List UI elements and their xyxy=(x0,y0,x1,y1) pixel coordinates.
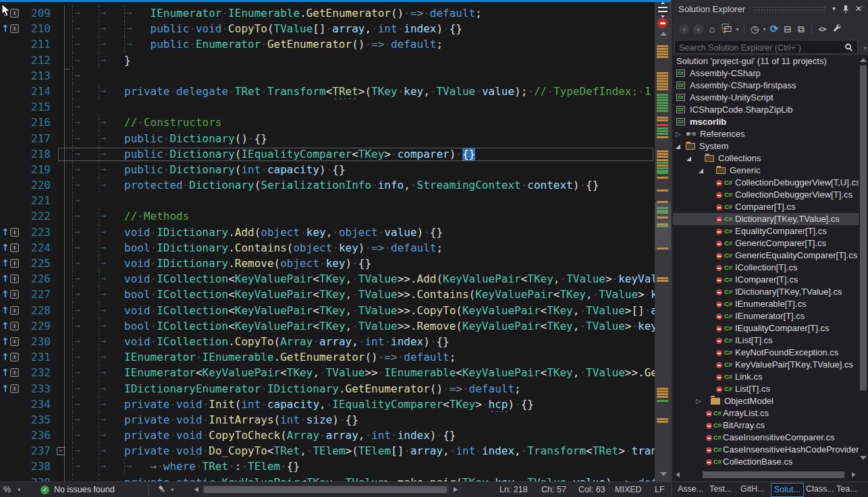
glyph-margin[interactable]: ↑I xyxy=(0,381,20,397)
glyph-margin[interactable] xyxy=(0,84,20,99)
tree-item-assembly-unityscript[interactable]: C#Assembly-UnityScript xyxy=(673,92,859,104)
tree-item-generic[interactable]: Generic xyxy=(673,165,859,177)
tree-item-mscorlib[interactable]: C#mscorlib xyxy=(673,116,859,128)
panel-title-bar[interactable]: Solution Explorer ▾ ✕ xyxy=(673,0,868,19)
tree-item-references[interactable]: ▷References xyxy=(673,128,859,140)
code-line[interactable]: ↑I227→→bool·ICollection<KeyValuePair<TKe… xyxy=(0,287,655,302)
glyph-margin[interactable]: ↑I xyxy=(0,21,20,36)
switch-views-caret[interactable]: ▾ xyxy=(735,26,740,32)
interface-badge-icon[interactable]: I xyxy=(10,306,19,315)
implements-arrow-icon[interactable]: ↑ xyxy=(1,225,9,239)
tree-item-keynotfoundexception-cs[interactable]: C#KeyNotFoundException.cs xyxy=(673,347,859,359)
implements-arrow-icon[interactable]: ↑ xyxy=(1,349,9,364)
interface-badge-icon[interactable]: I xyxy=(10,322,19,330)
no-issues-label[interactable]: No issues found xyxy=(54,482,115,497)
code-line[interactable]: 217→→public·Dictionary()·{} xyxy=(0,131,655,146)
implements-arrow-icon[interactable]: ↑ xyxy=(1,240,9,255)
code-line[interactable]: 212→→} xyxy=(0,53,655,68)
status-line-number[interactable]: Ln: 218 xyxy=(499,482,528,497)
code-line[interactable]: 214→→private·delegate·TRet·Transform<TRe… xyxy=(0,84,655,99)
expander-expanded-icon[interactable] xyxy=(676,144,680,149)
glyph-margin[interactable]: ↑I xyxy=(0,349,20,365)
tree-scroll-up-arrow[interactable] xyxy=(860,58,867,62)
code-line[interactable]: ↑I224→→bool·IDictionary.Contains(object·… xyxy=(0,240,655,256)
interface-badge-icon[interactable]: I xyxy=(10,384,19,393)
glyph-margin[interactable] xyxy=(0,443,20,459)
tree-item-system[interactable]: System xyxy=(673,140,859,152)
pending-changes-caret[interactable]: ▾ xyxy=(762,26,767,32)
code-line[interactable]: 216→→//·Constructors xyxy=(0,115,655,130)
code-line[interactable]: 222→→//·Methods xyxy=(0,208,655,224)
glyph-margin[interactable] xyxy=(0,115,20,130)
glyph-margin[interactable]: ↑I xyxy=(0,225,20,240)
status-eol[interactable]: LF xyxy=(655,482,665,497)
glyph-margin[interactable] xyxy=(0,412,20,428)
search-input[interactable] xyxy=(678,41,836,54)
interface-badge-icon[interactable]: I xyxy=(10,228,19,237)
pending-changes-filter-icon[interactable]: ◷ xyxy=(750,24,759,34)
glyph-margin[interactable] xyxy=(0,459,20,474)
pin-icon[interactable] xyxy=(842,5,849,16)
tree-item-icsharpcode-sharpziplib[interactable]: C#ICSharpCode.SharpZipLib xyxy=(673,104,859,116)
search-icon[interactable] xyxy=(844,42,853,55)
expander-expanded-icon[interactable] xyxy=(699,169,703,173)
code-line[interactable]: 236→→private·void·CopyToCheck(Array·arra… xyxy=(0,428,655,443)
interface-badge-icon[interactable]: I xyxy=(10,24,19,33)
window-position-chevron-icon[interactable]: ▾ xyxy=(832,0,836,18)
code-line[interactable]: ↑I229→→bool·ICollection<KeyValuePair<TKe… xyxy=(0,318,655,334)
collapse-all-icon[interactable]: ⊟ xyxy=(783,24,792,34)
panel-tab-asse[interactable]: Asse... xyxy=(678,482,703,496)
expander-expanded-icon[interactable] xyxy=(686,156,691,161)
tree-item-bitarray-cs[interactable]: C#BitArray.cs xyxy=(673,419,859,432)
tree-item-ilist-t-cs[interactable]: C#IList[T].cs xyxy=(673,334,859,347)
code-line[interactable]: 219→→public·Dictionary(int·capacity)·{} xyxy=(0,162,655,177)
glyph-margin[interactable] xyxy=(0,177,20,193)
forward-icon[interactable]: › xyxy=(693,24,703,34)
scroll-down-arrow[interactable] xyxy=(660,472,667,476)
glyph-margin[interactable] xyxy=(0,146,20,162)
code-line[interactable]: ↑I232→→IEnumerator<KeyValuePair<TKey,·TV… xyxy=(0,365,655,380)
code-line[interactable]: ↑I226→→void·ICollection<KeyValuePair<TKe… xyxy=(0,271,655,287)
code-line[interactable]: ↑I233→→IDictionaryEnumerator·IDictionary… xyxy=(0,381,655,397)
code-line[interactable]: 235→→private·void·InitArrays(int·size)·{… xyxy=(0,412,655,428)
panel-tab-gith[interactable]: GitH... xyxy=(740,482,764,496)
interface-badge-icon[interactable]: I xyxy=(10,243,19,252)
glyph-margin[interactable] xyxy=(0,475,20,481)
tree-item-ienumerable-t-cs[interactable]: C#IEnumerable[T].cs xyxy=(673,298,859,310)
code-line[interactable]: ↑I209→→→IEnumerator·IEnumerable.GetEnume… xyxy=(0,5,655,21)
status-character[interactable]: Ch: 57 xyxy=(541,482,566,497)
implements-arrow-icon[interactable]: ↑ xyxy=(1,21,9,36)
toolbar-overflow-icon[interactable]: ‥ xyxy=(861,1,865,9)
glyph-margin[interactable] xyxy=(0,162,20,177)
tree-scroll-down-arrow[interactable] xyxy=(860,456,867,460)
interface-badge-icon[interactable]: I xyxy=(10,274,19,283)
glyph-margin[interactable] xyxy=(0,99,20,115)
implements-arrow-icon[interactable]: ↑ xyxy=(1,287,9,301)
editor-vertical-scrollbar[interactable] xyxy=(655,2,671,481)
tree-item-iequalitycomparer-t-cs[interactable]: C#IEqualityComparer[T].cs xyxy=(673,322,859,334)
code-line[interactable]: ↑I231→→IEnumerator·IEnumerable.GetEnumer… xyxy=(0,349,655,365)
tree-item-caseinsensitivehashcodeprovider-cs[interactable]: C#CaseInsensitiveHashCodeProvider.cs xyxy=(673,444,859,456)
tree-item-genericequalitycomparer-t-cs[interactable]: C#GenericEqualityComparer[T].cs xyxy=(673,250,859,262)
tree-item-equalitycomparer-t-cs[interactable]: C#EqualityComparer[T].cs xyxy=(673,225,859,237)
switch-views-icon[interactable] xyxy=(721,23,732,36)
glyph-margin[interactable]: ↑I xyxy=(0,303,20,318)
glyph-margin[interactable] xyxy=(0,131,20,146)
glyph-margin[interactable]: ↑I xyxy=(0,287,20,302)
glyph-margin[interactable]: ↑I xyxy=(0,334,20,349)
status-column[interactable]: Col: 63 xyxy=(578,482,605,497)
tree-item-link-cs[interactable]: C#Link.cs xyxy=(673,371,859,383)
properties-wrench-icon[interactable] xyxy=(831,23,842,36)
tree-item-assembly-csharp-firstpass[interactable]: C#Assembly-CSharp-firstpass xyxy=(673,80,859,92)
implements-arrow-icon[interactable]: ↑ xyxy=(1,381,9,396)
hscroll-right-arrow[interactable] xyxy=(454,487,458,492)
panel-tab-tea[interactable]: Tea... xyxy=(836,482,857,496)
glyph-margin[interactable]: ↑I xyxy=(0,365,20,380)
expander-collapsed-icon[interactable]: ▷ xyxy=(696,395,701,407)
tree-item-caseinsensitivecomparer-cs[interactable]: C#CaseInsensitiveComparer.cs xyxy=(673,432,859,444)
glyph-margin[interactable]: ↑I xyxy=(0,318,20,334)
refresh-icon[interactable]: ⟳ xyxy=(769,23,779,35)
code-line[interactable]: 211→→→public·Enumerator·GetEnumerator()·… xyxy=(0,36,655,52)
scroll-up-arrow[interactable] xyxy=(660,32,667,36)
editor-horizontal-scrollbar[interactable] xyxy=(202,486,450,494)
